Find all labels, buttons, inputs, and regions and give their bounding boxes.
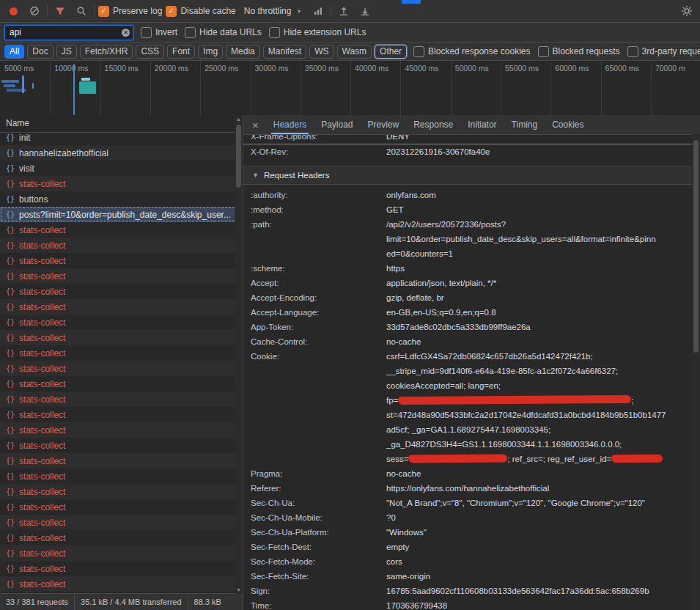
scroll-down-arrow-icon[interactable]: ▼ — [235, 586, 243, 594]
clear-button[interactable] — [26, 3, 43, 19]
request-name: stats-collect — [19, 394, 65, 405]
request-row-visit[interactable]: {}visit — [0, 161, 243, 176]
details-scrollbar[interactable] — [692, 134, 700, 610]
request-name: stats-collect — [19, 225, 65, 235]
tab-cookies[interactable]: Cookies — [545, 115, 591, 134]
tab-timing[interactable]: Timing — [504, 115, 545, 134]
request-headers-rows: :authority:onlyfans.com:method:GET:path:… — [243, 185, 700, 610]
type-filter-all[interactable]: All — [4, 45, 24, 59]
request-type-icon: {} — [6, 195, 15, 203]
request-row-buttons[interactable]: {}buttons — [0, 191, 243, 207]
request-row-stats-collect[interactable]: {}stats-collect — [0, 499, 243, 515]
export-har-button[interactable] — [356, 3, 374, 19]
type-filter-fetch-xhr[interactable]: Fetch/XHR — [80, 45, 133, 59]
clear-filter-icon[interactable]: ✕ — [122, 29, 130, 37]
import-har-button[interactable] — [335, 3, 353, 19]
request-row-stats-collect[interactable]: {}stats-collect — [0, 222, 243, 238]
filter-checkbox-blocked-requests[interactable]: ✓Blocked requests — [538, 46, 620, 57]
tab-response[interactable]: Response — [406, 115, 460, 134]
type-filter-media[interactable]: Media — [226, 45, 260, 59]
request-row-stats-collect[interactable]: {}stats-collect — [0, 484, 243, 499]
tab-payload[interactable]: Payload — [314, 115, 360, 134]
type-filter-ws[interactable]: WS — [309, 45, 334, 59]
request-row-init[interactable]: {}init — [0, 133, 243, 145]
type-filter-toolbar: AllDocJSFetch/XHRCSSFontImgMediaManifest… — [0, 43, 700, 61]
request-headers-section-header[interactable]: ▼ Request Headers — [243, 166, 700, 185]
tab-initiator[interactable]: Initiator — [460, 115, 504, 134]
type-filter-doc[interactable]: Doc — [27, 45, 53, 59]
search-button[interactable] — [73, 3, 90, 19]
record-button[interactable] — [4, 3, 22, 19]
request-row-stats-collect[interactable]: {}stats-collect — [0, 238, 243, 253]
type-filter-wasm[interactable]: Wasm — [337, 45, 372, 59]
waterfall-bar — [4, 84, 15, 87]
request-row-stats-collect[interactable]: {}stats-collect — [0, 345, 243, 361]
header-value: 33d57ade8c02dbc5a333db99ff9ae26a — [386, 320, 700, 334]
hide-data-urls-checkbox[interactable]: ✓ Hide data URLs — [185, 27, 262, 38]
filter-checkbox-blocked-response-cookies[interactable]: ✓Blocked response cookies — [413, 46, 530, 57]
request-row-stats-collect[interactable]: {}stats-collect — [0, 376, 243, 392]
request-row-stats-collect[interactable]: {}stats-collect — [0, 253, 243, 268]
scrollbar-thumb[interactable] — [236, 125, 241, 188]
request-row-stats-collect[interactable]: {}stats-collect — [0, 299, 243, 315]
hide-extension-urls-checkbox[interactable]: ✓ Hide extension URLs — [269, 27, 366, 38]
request-row-stats-collect[interactable]: {}stats-collect — [0, 438, 243, 453]
request-row-hannahelizabethofficial[interactable]: {}hannahelizabethofficial — [0, 145, 243, 161]
filter-checkbox-3rd-party-requests[interactable]: ✓3rd-party requests — [627, 46, 700, 57]
type-filter-font[interactable]: Font — [167, 45, 195, 59]
timeline-tick-label: 40000 ms — [355, 64, 388, 73]
request-row-stats-collect[interactable]: {}stats-collect — [0, 530, 243, 545]
request-row-stats-collect[interactable]: {}stats-collect — [0, 315, 243, 330]
filter-input[interactable] — [8, 26, 119, 38]
request-list: {}init{}hannahelizabethofficial{}visit{}… — [0, 133, 243, 593]
request-row-stats-collect[interactable]: {}stats-collect — [0, 284, 243, 299]
request-row-stats-collect[interactable]: {}stats-collect — [0, 453, 243, 468]
settings-button[interactable] — [678, 3, 696, 19]
type-filter-manifest[interactable]: Manifest — [263, 45, 306, 59]
timeline-tick-label: 10000 ms — [54, 64, 88, 73]
request-row-stats-collect[interactable]: {}stats-collect — [0, 407, 243, 422]
timeline-overview[interactable]: 5000 ms10000 ms15000 ms20000 ms25000 ms3… — [0, 61, 700, 118]
scroll-up-arrow-icon[interactable]: ▲ — [235, 115, 243, 123]
waterfall-bar — [73, 64, 75, 115]
request-row-stats-collect[interactable]: {}stats-collect — [0, 176, 243, 191]
type-filter-css[interactable]: CSS — [136, 45, 164, 59]
request-row-stats-collect[interactable]: {}stats-collect — [0, 468, 243, 484]
type-filter-img[interactable]: Img — [198, 45, 223, 59]
request-row-stats-collect[interactable]: {}stats-collect — [0, 545, 243, 561]
request-type-icon: {} — [6, 364, 15, 372]
type-filter-js[interactable]: JS — [56, 45, 77, 59]
scrollbar-thumb[interactable] — [693, 140, 699, 353]
request-list-scrollbar[interactable]: ▲ ▼ — [235, 115, 243, 594]
tab-preview[interactable]: Preview — [361, 115, 407, 134]
request-row-stats-collect[interactable]: {}stats-collect — [0, 422, 243, 438]
name-column-header[interactable]: Name — [0, 115, 243, 133]
request-row-posts-limit-10-order-publish-date-desc-s[interactable]: {}posts?limit=10&order=publish_date_desc… — [0, 207, 243, 222]
filter-toggle-button[interactable] — [51, 3, 69, 19]
request-type-icon: {} — [6, 488, 15, 496]
request-row-stats-collect[interactable]: {}stats-collect — [0, 268, 243, 284]
request-row-stats-collect[interactable]: {}stats-collect — [0, 576, 243, 592]
timeline-tick-label: 35000 ms — [305, 64, 339, 73]
header-row: X-Of-Rev:202312261916-30670fa40e — [243, 144, 700, 159]
throttling-dropdown[interactable]: No throttling ▼ — [240, 4, 306, 18]
network-conditions-button[interactable] — [309, 3, 327, 19]
request-row-stats-collect[interactable]: {}stats-collect — [0, 561, 243, 576]
header-name: Sec-Fetch-Dest: — [251, 540, 386, 554]
preserve-log-checkbox[interactable]: ✓ Preserve log — [98, 6, 162, 17]
timeline-tick-label: 70000 m — [655, 64, 685, 73]
tab-headers[interactable]: Headers — [266, 115, 314, 134]
response-headers-rows: X-Frame-Options:DENYX-Of-Rev:20231226191… — [243, 135, 700, 159]
request-row-stats-collect[interactable]: {}stats-collect — [0, 392, 243, 407]
request-row-stats-collect[interactable]: {}stats-collect — [0, 361, 243, 376]
checkbox-label: 3rd-party requests — [642, 46, 700, 56]
invert-checkbox[interactable]: ✓ Invert — [141, 27, 177, 38]
close-details-button[interactable]: × — [246, 115, 266, 134]
type-filter-other[interactable]: Other — [375, 45, 407, 59]
timeline-gridline — [601, 61, 602, 117]
disable-cache-checkbox[interactable]: ✓ Disable cache — [166, 6, 235, 17]
request-row-stats-collect[interactable]: {}stats-collect — [0, 515, 243, 530]
request-row-stats-collect[interactable]: {}stats-collect — [0, 592, 243, 593]
request-row-stats-collect[interactable]: {}stats-collect — [0, 330, 243, 345]
request-list-viewport: {}init{}hannahelizabethofficial{}visit{}… — [0, 133, 243, 593]
